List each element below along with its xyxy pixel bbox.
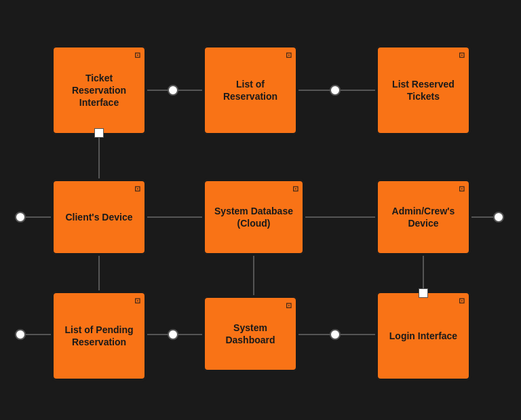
- node-label-system-database: System Database (Cloud): [213, 205, 294, 229]
- node-label-ticket-reservation: Ticket Reservation Interface: [62, 72, 136, 109]
- svg-point-5: [16, 212, 25, 222]
- node-icon-ticket: ⊡: [134, 51, 140, 60]
- node-icon-login: ⊡: [459, 297, 465, 305]
- node-icon-dashboard: ⊡: [286, 301, 292, 310]
- node-login-interface: ⊡ Login Interface: [377, 292, 470, 380]
- node-label-system-dashboard: System Dashboard: [213, 322, 288, 346]
- svg-point-11: [16, 330, 25, 339]
- node-list-reserved: ⊡ List Reserved Tickets: [377, 46, 470, 134]
- svg-point-3: [330, 85, 340, 95]
- white-square-ticket: [94, 128, 104, 138]
- node-label-login-interface: Login Interface: [389, 330, 457, 342]
- svg-point-1: [168, 85, 178, 95]
- svg-point-9: [494, 212, 503, 222]
- node-label-clients-device: Client's Device: [65, 211, 132, 223]
- node-label-list-reserved: List Reserved Tickets: [386, 78, 461, 102]
- node-list-pending: ⊡ List of Pending Reservation: [52, 292, 146, 380]
- node-icon-pending: ⊡: [134, 297, 140, 305]
- node-icon-admin: ⊡: [459, 185, 465, 193]
- white-square-login: [419, 288, 428, 298]
- node-icon-database: ⊡: [292, 185, 298, 193]
- node-system-database: ⊡ System Database (Cloud): [204, 180, 304, 254]
- svg-point-13: [168, 330, 178, 339]
- svg-point-15: [330, 330, 340, 339]
- node-label-list-reservation: List of Reservation: [213, 78, 288, 102]
- diagram-container: ⊡ Ticket Reservation Interface ⊡ List of…: [0, 0, 521, 420]
- node-admin-device: ⊡ Admin/Crew's Device: [377, 180, 470, 254]
- node-ticket-reservation: ⊡ Ticket Reservation Interface: [52, 46, 146, 134]
- node-list-reservation: ⊡ List of Reservation: [204, 46, 297, 134]
- node-icon-list-reserved: ⊡: [459, 51, 465, 60]
- node-icon-list-res: ⊡: [286, 51, 292, 60]
- node-system-dashboard: ⊡ System Dashboard: [204, 297, 297, 371]
- node-label-admin-device: Admin/Crew's Device: [386, 205, 461, 229]
- node-icon-clients: ⊡: [134, 185, 140, 193]
- node-clients-device: ⊡ Client's Device: [52, 180, 146, 254]
- node-label-list-pending: List of Pending Reservation: [62, 324, 136, 348]
